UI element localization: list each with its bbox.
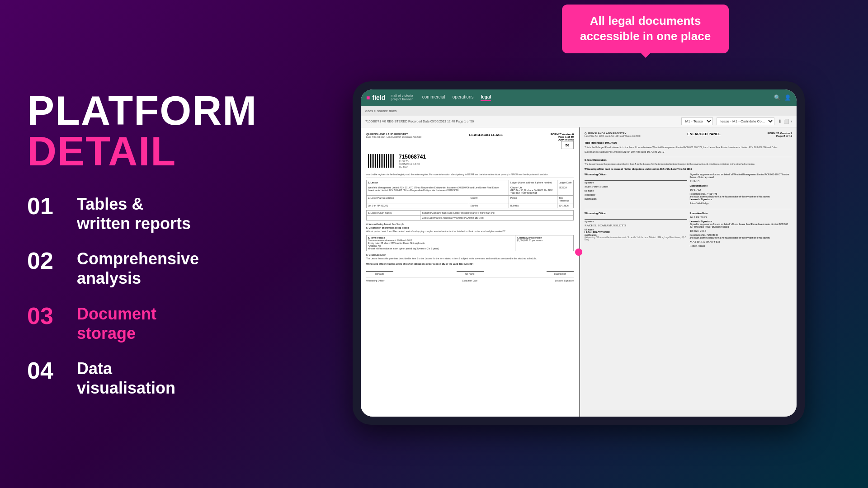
title-detail: DETAIL	[27, 131, 262, 172]
sig-label-3: qualification	[547, 272, 574, 275]
doc-header-left: QUEENSLAND LAND REGISTRY Land Title Act …	[366, 133, 574, 149]
app-icons: 🔍 👤	[774, 94, 791, 101]
doc-table-3: 6. Term of lease Commencement date/event…	[366, 235, 574, 251]
signed-text: Signed in my presence for and on behalf …	[690, 173, 793, 178]
surname-note: Surname/Company name and number (include…	[420, 211, 574, 216]
bottom-sig-area: Witnessing Officer Execution Date Lessor…	[366, 277, 574, 282]
barcode-details: 715068741 $188.75 06/05/2013 12:40 BE 50…	[399, 154, 426, 168]
bottom-label-2: Execution Date	[462, 279, 477, 282]
witness-left-col: Witnessing Officer signature Mark Peter …	[585, 173, 687, 206]
app-nav[interactable]: commercial operations legal	[422, 94, 765, 101]
feature-item-02: 02 Comprehensiveanalysis	[27, 249, 262, 288]
sig-line-2	[457, 271, 484, 272]
tablet-container: ■ field mall of victoriaproject banner c…	[353, 81, 805, 425]
title-ref-label: Title Reference	[557, 196, 573, 203]
logo-text: field	[372, 94, 385, 101]
toolbar-icons: ⬇ ⬜ ›	[778, 119, 792, 124]
doc-title-block: LEASE/SUB LEASE	[421, 133, 551, 137]
lease-select[interactable]: lease - M1 - Carindale Co...	[717, 117, 774, 125]
bottom-sig-1: Witnessing Officer	[366, 279, 384, 282]
divider-1	[366, 178, 574, 178]
doc-header-right: QUEENSLAND LAND REGISTRY Land Title Act …	[585, 132, 792, 139]
signature-area-left: signature full name qualification	[366, 267, 574, 275]
feature-text-01: Tables &written reports	[77, 194, 191, 233]
chevron-right-icon[interactable]: ›	[791, 119, 792, 124]
doc-panel-right: QUEENSLAND LAND REGISTRY Land Title Act …	[580, 127, 797, 417]
tenant-select[interactable]: M1 - Tesco	[681, 117, 713, 125]
user-icon[interactable]: 👤	[784, 94, 791, 101]
signed2-date: 18 may 2014	[690, 229, 793, 233]
form-badge-right: FORM 20 Version 2 Page 2 of 49	[768, 132, 792, 137]
section1-label: 1. Lessor	[367, 180, 509, 185]
feature-item-03: 03 Documentstorage	[27, 304, 262, 343]
parish-label: Parish	[509, 196, 557, 203]
barcode-image	[368, 154, 395, 168]
witness-bottom-left: Witnessing Officer signature RACHEL SCAR…	[585, 212, 687, 248]
bottom-label-3: Lessor's Signature	[555, 279, 574, 282]
registry-left: QUEENSLAND LAND REGISTRY Land Title Act …	[366, 133, 421, 138]
sig-grid-top: Witnessing Officer signature Mark Peter …	[585, 173, 792, 206]
doc-toolbar: 715068741 V0 REGISTERED Recorded Date 09…	[361, 116, 797, 127]
tooltip-line1: All legal documents	[590, 14, 701, 28]
breadcrumb: docs > source docs	[365, 109, 396, 113]
bottom-sig-3: Lessor's Signature	[555, 279, 574, 282]
feature-number-01: 01	[27, 194, 63, 218]
doc-panel-left: QUEENSLAND LAND REGISTRY Land Title Act …	[361, 127, 579, 417]
expand-icon[interactable]: ⬜	[783, 119, 789, 124]
app-subbrand: mall of victoriaproject banner	[391, 94, 413, 102]
section2-label: 2. Lot on Plan Description	[367, 196, 469, 203]
title-platform: PLATFORM	[27, 90, 262, 131]
title-ref-right: Title Reference 50414626	[585, 141, 792, 144]
date-signed: 16 April 2012	[647, 150, 665, 154]
sig-type-sig: signature	[585, 181, 687, 184]
sig-block-3: qualification	[547, 267, 574, 275]
section5: 5. Description of premises being leased …	[366, 226, 574, 233]
feature-item-01: 01 Tables &written reports	[27, 194, 262, 233]
lodger-code-label: Lodger Code	[557, 180, 573, 185]
nav-legal[interactable]: legal	[481, 94, 491, 101]
divider-right-1	[585, 157, 792, 157]
exec-date-right: 21/1/13	[690, 179, 793, 183]
signed2-text: Signed in my presence for and on behalf …	[690, 223, 793, 228]
breadcrumb-bar: docs > source docs	[361, 106, 797, 116]
download-icon[interactable]: ⬇	[778, 119, 782, 124]
bottom-sig-2: Execution Date	[462, 279, 477, 282]
sig3-sub: Robert Jordan	[690, 244, 793, 247]
sig-underline-1	[585, 177, 687, 181]
enlarged-header: ENLARGED PANEL	[641, 132, 768, 136]
barcode-section: 715068741 $188.75 06/05/2013 12:40 BE 50…	[366, 152, 574, 170]
nav-operations[interactable]: operations	[453, 94, 474, 101]
sig2-name: John Widdidge	[690, 202, 793, 205]
bottom-label-1: Witnessing Officer	[366, 279, 384, 282]
nav-commercial[interactable]: commercial	[422, 94, 445, 101]
sig-block-1: signature	[366, 267, 393, 275]
feature-list: 01 Tables &written reports 02 Comprehens…	[27, 194, 262, 398]
tooltip-line2: accessible in one place	[580, 29, 711, 43]
witness-label: Witnessing Officer	[585, 173, 687, 176]
logo-icon: ■	[366, 94, 370, 101]
acts-right: Land Title Act 1994, Land Act 1994 and W…	[585, 135, 641, 137]
feature-number-04: 04	[27, 359, 63, 382]
bottom-witness-label: Witnessing Officer	[585, 212, 687, 215]
feature-text-04: Datavisualisation	[77, 359, 175, 398]
doc-info: 715068741 V0 REGISTERED Recorded Date 09…	[365, 120, 678, 123]
search-icon[interactable]: 🔍	[774, 94, 781, 101]
feature-item-04: 04 Datavisualisation	[27, 359, 262, 398]
bottom-exec-label: Execution Date	[690, 212, 793, 215]
divider-right-2	[585, 209, 792, 209]
exec2-date: 16 APR 2013	[690, 216, 793, 219]
parish: Bulimba	[509, 203, 557, 208]
sig-line-3	[547, 271, 574, 272]
sig-line-1	[366, 271, 393, 272]
enlarged-body: This is the Enlarged Panel referred to i…	[585, 146, 792, 154]
witness-obligation: Witnessing officer must be aware of his/…	[585, 168, 792, 170]
grant-section: The Lessor leases the premises described…	[585, 163, 792, 166]
signed-right-col: Signed in my presence for and on behalf …	[690, 173, 793, 206]
section3-label: 3. Lessee Given names	[367, 211, 420, 216]
county-label: County	[469, 196, 509, 203]
left-panel: PLATFORM DETAIL 01 Tables &written repor…	[0, 0, 289, 488]
doc-table-1: 1. Lessor Lodger (Name, address & phone …	[366, 180, 574, 208]
sig-label-2: full name	[457, 272, 484, 275]
section3-empty	[367, 216, 420, 221]
sig1-name: Mark Peter Burton	[585, 185, 687, 188]
